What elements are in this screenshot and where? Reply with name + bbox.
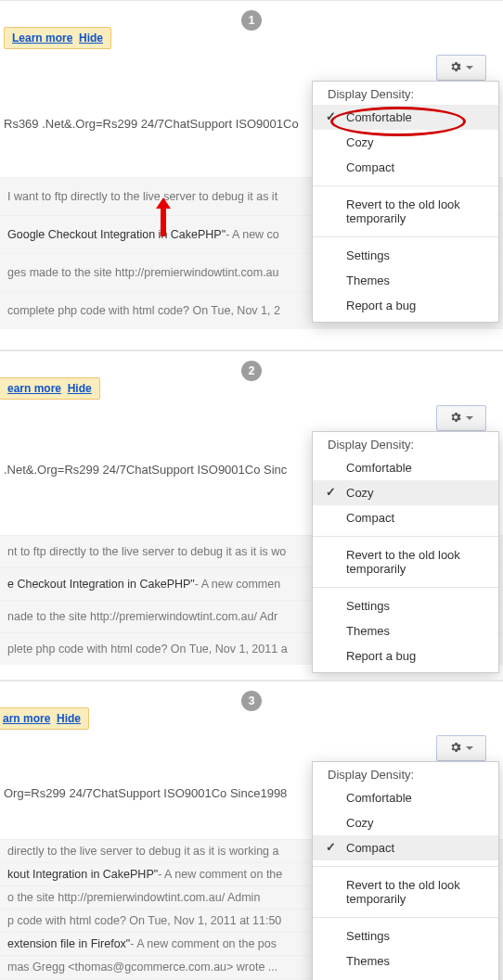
density-header: Display Density: <box>313 82 498 105</box>
density-comfortable[interactable]: Comfortable <box>313 785 498 810</box>
hide-link[interactable]: Hide <box>57 712 81 725</box>
mail-snippet: mas Gregg <thomas@gcommerce.com.au> wrot… <box>7 961 277 974</box>
menu-settings[interactable]: Settings <box>313 923 498 948</box>
settings-dropdown: Display Density:ComfortableCozyCompactRe… <box>312 761 499 980</box>
density-cozy[interactable]: Cozy <box>313 810 498 835</box>
density-cozy[interactable]: Cozy <box>313 130 498 155</box>
density-header: Display Density: <box>313 432 498 455</box>
separator <box>313 917 498 918</box>
menu-settings[interactable]: Settings <box>313 243 498 268</box>
mail-snippet: directly to the live server to debug it … <box>7 845 279 858</box>
menu-report[interactable]: Report a bug <box>313 293 498 318</box>
mail-snippet: - A new commen <box>195 578 280 591</box>
mail-subject: extension file in Firefox" <box>7 937 130 950</box>
mail-subject: Google Checkout Integration in CakePHP" <box>7 228 226 241</box>
density-compact[interactable]: Compact <box>313 835 498 860</box>
mail-snippet: nade to the site http://premierwindowtin… <box>7 610 277 623</box>
gear-icon <box>449 411 462 426</box>
density-compact[interactable]: Compact <box>313 155 498 180</box>
mail-snippet: I want to ftp directly to the live serve… <box>7 190 277 203</box>
separator <box>313 185 498 186</box>
settings-gear-button[interactable] <box>436 405 486 431</box>
learn-more-link[interactable]: arn more <box>3 712 50 725</box>
mail-snippet: o the site http://premierwindowtint.com.… <box>7 891 260 904</box>
separator <box>313 866 498 867</box>
mail-snippet: nt to ftp directly to the live server to… <box>7 545 286 558</box>
subject-text: .Net&.Org=Rs299 24/7ChatSupport ISO9001C… <box>4 463 287 477</box>
menu-report[interactable]: Report a bug <box>313 643 498 668</box>
gear-icon <box>449 60 462 76</box>
revert-look[interactable]: Revert to the old look temporarily <box>313 192 498 231</box>
separator <box>313 536 498 537</box>
settings-dropdown: Display Density:ComfortableCozyCompactRe… <box>312 431 499 673</box>
chevron-down-icon <box>466 416 473 420</box>
density-header: Display Density: <box>313 762 498 785</box>
mail-snippet: complete php code with html code? On Tue… <box>7 304 280 317</box>
notice-bar: earn more Hide <box>0 377 100 400</box>
separator <box>313 587 498 588</box>
panel-1: 1Learn more HideRs369 .Net&.Org=Rs299 24… <box>0 0 503 350</box>
menu-report[interactable]: Report a bug <box>313 974 498 980</box>
step-badge: 2 <box>241 361 262 381</box>
mail-snippet: - A new comment on the pos <box>130 937 277 950</box>
learn-more-link[interactable]: Learn more <box>12 32 72 45</box>
gear-icon <box>449 741 462 757</box>
chevron-down-icon <box>466 746 473 750</box>
density-compact[interactable]: Compact <box>313 505 498 530</box>
notice-bar: arn more Hide <box>0 707 89 730</box>
subject-text: Org=Rs299 24/7ChatSupport ISO9001Co Sinc… <box>4 786 287 800</box>
revert-look[interactable]: Revert to the old look temporarily <box>313 872 498 911</box>
mail-snippet: - A new co <box>226 228 279 241</box>
learn-more-link[interactable]: earn more <box>7 382 61 395</box>
hide-link[interactable]: Hide <box>68 382 92 395</box>
density-comfortable[interactable]: Comfortable <box>313 455 498 480</box>
chevron-down-icon <box>466 66 473 70</box>
density-cozy[interactable]: Cozy <box>313 480 498 505</box>
panel-2: 2earn more Hide.Net&.Org=Rs299 24/7ChatS… <box>0 350 503 681</box>
settings-gear-button[interactable] <box>436 55 486 81</box>
panel-3: 3arn more HideOrg=Rs299 24/7ChatSupport … <box>0 681 503 980</box>
settings-gear-button[interactable] <box>436 735 486 761</box>
mail-snippet: - A new comment on the <box>158 868 282 881</box>
separator <box>313 236 498 237</box>
subject-text: Rs369 .Net&.Org=Rs299 24/7ChatSupport IS… <box>4 117 299 131</box>
hide-link[interactable]: Hide <box>79 32 103 45</box>
menu-themes[interactable]: Themes <box>313 268 498 293</box>
menu-settings[interactable]: Settings <box>313 593 498 618</box>
mail-snippet: p code with html code? On Tue, Nov 1, 20… <box>7 914 281 927</box>
mail-snippet: ges made to the site http://premierwindo… <box>7 266 279 279</box>
mail-subject: e Checkout Integration in CakePHP" <box>7 578 195 591</box>
notice-bar: Learn more Hide <box>4 27 111 49</box>
density-comfortable[interactable]: Comfortable <box>313 105 498 130</box>
step-badge: 1 <box>241 10 262 31</box>
menu-themes[interactable]: Themes <box>313 948 498 974</box>
step-badge: 3 <box>241 691 262 711</box>
menu-themes[interactable]: Themes <box>313 618 498 643</box>
mail-subject: kout Integration in CakePHP" <box>7 868 158 881</box>
settings-dropdown: Display Density:ComfortableCozyCompactRe… <box>312 81 499 323</box>
revert-look[interactable]: Revert to the old look temporarily <box>313 542 498 581</box>
mail-snippet: plete php code with html code? On Tue, N… <box>7 643 288 655</box>
